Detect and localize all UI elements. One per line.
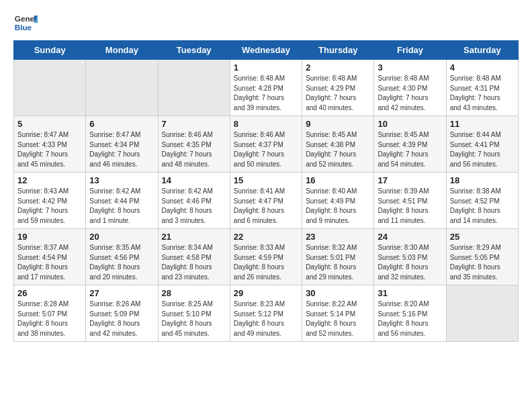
calendar-cell <box>446 285 518 342</box>
day-number: 7 <box>162 119 226 129</box>
cell-info: Sunrise: 8:37 AM Sunset: 4:54 PM Dayligh… <box>17 243 82 282</box>
calendar-table: SundayMondayTuesdayWednesdayThursdayFrid… <box>13 40 519 342</box>
cell-info: Sunrise: 8:47 AM Sunset: 4:33 PM Dayligh… <box>17 130 82 169</box>
cell-info: Sunrise: 8:43 AM Sunset: 4:42 PM Dayligh… <box>17 187 82 226</box>
calendar-cell: 5Sunrise: 8:47 AM Sunset: 4:33 PM Daylig… <box>14 116 86 173</box>
cell-info: Sunrise: 8:42 AM Sunset: 4:44 PM Dayligh… <box>89 187 154 226</box>
day-number: 13 <box>89 175 154 185</box>
day-number: 17 <box>378 175 442 185</box>
svg-text:Blue: Blue <box>15 23 32 32</box>
weekday-header-tuesday: Tuesday <box>158 41 230 60</box>
calendar-cell: 2Sunrise: 8:48 AM Sunset: 4:29 PM Daylig… <box>302 60 374 116</box>
weekday-header-friday: Friday <box>374 41 446 60</box>
calendar-cell: 20Sunrise: 8:35 AM Sunset: 4:56 PM Dayli… <box>86 229 158 285</box>
calendar-cell: 9Sunrise: 8:45 AM Sunset: 4:38 PM Daylig… <box>302 116 374 173</box>
calendar-cell: 8Sunrise: 8:46 AM Sunset: 4:37 PM Daylig… <box>230 116 302 173</box>
cell-info: Sunrise: 8:38 AM Sunset: 4:52 PM Dayligh… <box>450 187 515 226</box>
day-number: 31 <box>378 288 442 298</box>
calendar-cell: 25Sunrise: 8:29 AM Sunset: 5:05 PM Dayli… <box>446 229 518 285</box>
cell-info: Sunrise: 8:45 AM Sunset: 4:39 PM Dayligh… <box>378 130 442 169</box>
cell-info: Sunrise: 8:48 AM Sunset: 4:31 PM Dayligh… <box>450 74 515 113</box>
cell-info: Sunrise: 8:23 AM Sunset: 5:12 PM Dayligh… <box>234 300 298 338</box>
day-number: 5 <box>17 119 82 129</box>
logo: General Blue <box>13 11 40 35</box>
calendar-cell: 12Sunrise: 8:43 AM Sunset: 4:42 PM Dayli… <box>14 173 86 229</box>
weekday-header-wednesday: Wednesday <box>230 41 302 60</box>
day-number: 12 <box>17 175 82 185</box>
calendar-cell: 4Sunrise: 8:48 AM Sunset: 4:31 PM Daylig… <box>446 60 518 116</box>
day-number: 19 <box>17 232 82 242</box>
cell-info: Sunrise: 8:34 AM Sunset: 4:58 PM Dayligh… <box>162 243 226 282</box>
cell-info: Sunrise: 8:44 AM Sunset: 4:41 PM Dayligh… <box>450 130 515 169</box>
cell-info: Sunrise: 8:25 AM Sunset: 5:10 PM Dayligh… <box>162 300 226 338</box>
calendar-cell: 10Sunrise: 8:45 AM Sunset: 4:39 PM Dayli… <box>374 116 446 173</box>
day-number: 2 <box>306 62 370 73</box>
day-number: 29 <box>234 288 298 298</box>
calendar-cell: 22Sunrise: 8:33 AM Sunset: 4:59 PM Dayli… <box>230 229 302 285</box>
day-number: 6 <box>89 119 154 129</box>
day-number: 10 <box>378 119 442 129</box>
cell-info: Sunrise: 8:41 AM Sunset: 4:47 PM Dayligh… <box>234 187 298 226</box>
weekday-header-saturday: Saturday <box>446 41 518 60</box>
calendar-cell: 16Sunrise: 8:40 AM Sunset: 4:49 PM Dayli… <box>302 173 374 229</box>
calendar-cell <box>14 60 86 116</box>
cell-info: Sunrise: 8:29 AM Sunset: 5:05 PM Dayligh… <box>450 243 515 282</box>
cell-info: Sunrise: 8:26 AM Sunset: 5:09 PM Dayligh… <box>89 300 154 338</box>
calendar-cell: 11Sunrise: 8:44 AM Sunset: 4:41 PM Dayli… <box>446 116 518 173</box>
calendar-cell: 27Sunrise: 8:26 AM Sunset: 5:09 PM Dayli… <box>86 285 158 342</box>
cell-info: Sunrise: 8:46 AM Sunset: 4:35 PM Dayligh… <box>162 130 226 169</box>
calendar-cell: 30Sunrise: 8:22 AM Sunset: 5:14 PM Dayli… <box>302 285 374 342</box>
day-number: 22 <box>234 232 298 242</box>
day-number: 4 <box>450 62 515 73</box>
cell-info: Sunrise: 8:33 AM Sunset: 4:59 PM Dayligh… <box>234 243 298 282</box>
cell-info: Sunrise: 8:39 AM Sunset: 4:51 PM Dayligh… <box>378 187 442 226</box>
weekday-header-monday: Monday <box>86 41 158 60</box>
logo-icon: General Blue <box>13 11 38 35</box>
calendar-cell: 28Sunrise: 8:25 AM Sunset: 5:10 PM Dayli… <box>158 285 230 342</box>
day-number: 27 <box>89 288 154 298</box>
weekday-header-thursday: Thursday <box>302 41 374 60</box>
calendar-cell: 19Sunrise: 8:37 AM Sunset: 4:54 PM Dayli… <box>14 229 86 285</box>
calendar-week-1: 1Sunrise: 8:48 AM Sunset: 4:28 PM Daylig… <box>14 60 519 116</box>
day-number: 28 <box>162 288 226 298</box>
cell-info: Sunrise: 8:47 AM Sunset: 4:34 PM Dayligh… <box>89 130 154 169</box>
calendar-cell <box>158 60 230 116</box>
day-number: 24 <box>378 232 442 242</box>
cell-info: Sunrise: 8:42 AM Sunset: 4:46 PM Dayligh… <box>162 187 226 226</box>
day-number: 30 <box>306 288 370 298</box>
calendar-cell: 26Sunrise: 8:28 AM Sunset: 5:07 PM Dayli… <box>14 285 86 342</box>
calendar-week-3: 12Sunrise: 8:43 AM Sunset: 4:42 PM Dayli… <box>14 173 519 229</box>
cell-info: Sunrise: 8:28 AM Sunset: 5:07 PM Dayligh… <box>17 300 82 338</box>
cell-info: Sunrise: 8:45 AM Sunset: 4:38 PM Dayligh… <box>306 130 370 169</box>
calendar-cell: 18Sunrise: 8:38 AM Sunset: 4:52 PM Dayli… <box>446 173 518 229</box>
calendar-cell: 15Sunrise: 8:41 AM Sunset: 4:47 PM Dayli… <box>230 173 302 229</box>
cell-info: Sunrise: 8:35 AM Sunset: 4:56 PM Dayligh… <box>89 243 154 282</box>
day-number: 18 <box>450 175 515 185</box>
calendar-cell: 1Sunrise: 8:48 AM Sunset: 4:28 PM Daylig… <box>230 60 302 116</box>
day-number: 15 <box>234 175 298 185</box>
calendar-cell: 17Sunrise: 8:39 AM Sunset: 4:51 PM Dayli… <box>374 173 446 229</box>
day-number: 14 <box>162 175 226 185</box>
calendar-cell: 3Sunrise: 8:48 AM Sunset: 4:30 PM Daylig… <box>374 60 446 116</box>
cell-info: Sunrise: 8:20 AM Sunset: 5:16 PM Dayligh… <box>378 300 442 338</box>
calendar-cell: 7Sunrise: 8:46 AM Sunset: 4:35 PM Daylig… <box>158 116 230 173</box>
calendar-header: SundayMondayTuesdayWednesdayThursdayFrid… <box>14 41 519 60</box>
cell-info: Sunrise: 8:40 AM Sunset: 4:49 PM Dayligh… <box>306 187 370 226</box>
calendar-week-2: 5Sunrise: 8:47 AM Sunset: 4:33 PM Daylig… <box>14 116 519 173</box>
cell-info: Sunrise: 8:30 AM Sunset: 5:03 PM Dayligh… <box>378 243 442 282</box>
cell-info: Sunrise: 8:48 AM Sunset: 4:28 PM Dayligh… <box>234 74 298 113</box>
calendar-cell: 31Sunrise: 8:20 AM Sunset: 5:16 PM Dayli… <box>374 285 446 342</box>
cell-info: Sunrise: 8:32 AM Sunset: 5:01 PM Dayligh… <box>306 243 370 282</box>
day-number: 16 <box>306 175 370 185</box>
day-number: 26 <box>17 288 82 298</box>
weekday-header-sunday: Sunday <box>14 41 86 60</box>
calendar-cell: 24Sunrise: 8:30 AM Sunset: 5:03 PM Dayli… <box>374 229 446 285</box>
day-number: 23 <box>306 232 370 242</box>
calendar-cell: 23Sunrise: 8:32 AM Sunset: 5:01 PM Dayli… <box>302 229 374 285</box>
cell-info: Sunrise: 8:48 AM Sunset: 4:29 PM Dayligh… <box>306 74 370 113</box>
calendar-cell: 21Sunrise: 8:34 AM Sunset: 4:58 PM Dayli… <box>158 229 230 285</box>
day-number: 9 <box>306 119 370 129</box>
calendar-cell: 6Sunrise: 8:47 AM Sunset: 4:34 PM Daylig… <box>86 116 158 173</box>
day-number: 1 <box>234 62 298 73</box>
cell-info: Sunrise: 8:48 AM Sunset: 4:30 PM Dayligh… <box>378 74 442 113</box>
